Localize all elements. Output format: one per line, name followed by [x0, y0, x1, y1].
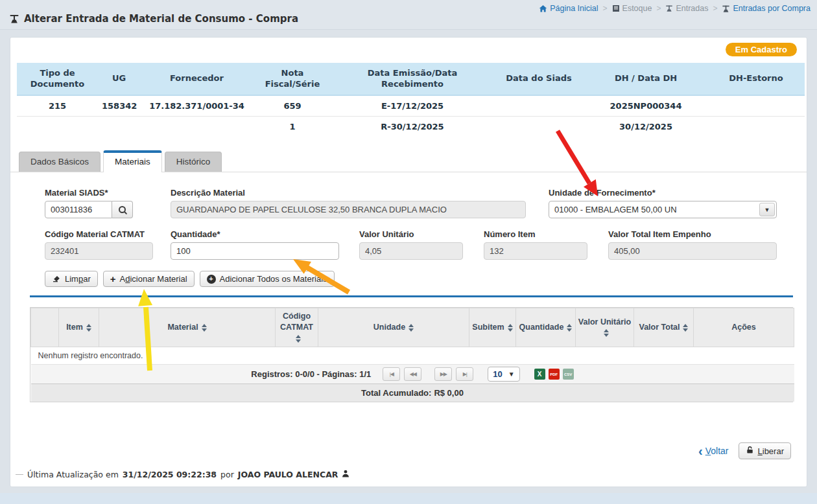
column-header-quantidade[interactable]: Quantidade [516, 308, 576, 347]
eraser-icon [52, 273, 61, 284]
last-update-connector: por [220, 470, 234, 479]
column-header: Nota Fiscal/Série [254, 63, 331, 95]
chevron-left-icon: ‹ [698, 447, 703, 455]
page-title: Alterar Entrada de Material de Consumo -… [24, 13, 298, 25]
field-numero-item: Número Item [484, 229, 587, 260]
descricao-material-input [171, 201, 526, 218]
material-siads-input[interactable] [45, 201, 112, 218]
cell-tipo-documento: 215 [17, 95, 98, 117]
field-label: Unidade de Fornecimento* [549, 188, 777, 198]
cell-nota-fiscal: 659 [254, 95, 331, 117]
field-label: Material SIADS* [45, 188, 133, 198]
export-excel-icon[interactable]: X [534, 369, 545, 380]
page-size-select[interactable]: 10 ▼ [488, 367, 519, 382]
content-card: Em Cadastro Tipo de Documento UG Fornece… [10, 37, 807, 487]
empty-message: Nenhum registro encontrado. [31, 347, 794, 365]
cell-fornecedor [140, 117, 254, 137]
column-header-subitem[interactable]: Subitem [469, 308, 516, 347]
breadcrumb-label: Entradas por Compra [733, 4, 811, 13]
column-header: Data Emissão/Data Recebimento [331, 63, 493, 95]
codigo-catmat-input [45, 242, 153, 260]
column-header-material[interactable]: Material [99, 308, 276, 347]
cell-dh-estorno [707, 117, 805, 137]
breadcrumb-home[interactable]: Página Inicial [539, 4, 598, 13]
total-row: Total Acumulado:R$ 0,00 [31, 384, 794, 402]
sort-icon [508, 324, 513, 332]
tab-materiais[interactable]: Materiais [103, 150, 162, 172]
export-pdf-icon[interactable]: PDF [549, 369, 560, 380]
field-descricao-material: Descrição Material [171, 188, 526, 218]
breadcrumb-label: Página Inicial [550, 4, 598, 13]
breadcrumb-entradas-por-compra[interactable]: Entradas por Compra [722, 4, 811, 13]
sort-icon [296, 335, 301, 343]
column-header-blank [31, 308, 59, 347]
fieldset-line [16, 474, 23, 475]
pagination-row: Registros: 0-0/0 - Páginas: 1/1 |◀ ◀◀ ▶▶… [31, 365, 794, 384]
breadcrumb-entradas: Entradas [665, 4, 708, 13]
tab-historico[interactable]: Histórico [165, 152, 222, 172]
cell-dh-estorno [707, 95, 805, 117]
first-page-button[interactable]: |◀ [383, 367, 400, 381]
column-header-unidade[interactable]: Unidade [318, 308, 469, 347]
last-update: Última Atualização em 31/12/2025 09:22:3… [16, 470, 807, 479]
sort-icon [567, 324, 572, 332]
stock-icon [612, 5, 620, 12]
field-valor-total-item-empenho: Valor Total Item Empenho [608, 229, 777, 260]
user-icon [342, 470, 349, 479]
breadcrumb-separator: > [656, 4, 661, 13]
document-info-header-row: Tipo de Documento UG Fornecedor Nota Fis… [17, 63, 805, 95]
liberar-button[interactable]: Liberar [739, 442, 791, 459]
last-update-prefix: Última Atualização em [27, 470, 119, 479]
quantidade-input[interactable] [171, 242, 339, 260]
cell-fornecedor: 17.182.371/0001-34 [140, 95, 254, 117]
sort-icon [202, 324, 207, 332]
page-size-value: 10 [493, 369, 502, 379]
cell-data-emissao: E-17/12/2025 [331, 95, 493, 117]
cell-data-siads [493, 117, 584, 137]
adicionar-todos-button[interactable]: Adicionar Todos os Materiais [200, 271, 335, 287]
breadcrumb-label: Estoque [622, 4, 652, 13]
paginator: Registros: 0-0/0 - Páginas: 1/1 |◀ ◀◀ ▶▶… [31, 367, 794, 382]
cell-dh: 2025NP000344 [584, 95, 707, 117]
dropdown-button[interactable]: ▼ [759, 203, 775, 216]
chevron-down-icon: ▼ [764, 207, 770, 213]
column-header-valor-total[interactable]: Valor Total [634, 308, 694, 347]
last-page-button[interactable]: ▶| [456, 367, 473, 381]
search-material-button[interactable] [112, 201, 133, 218]
sort-icon [683, 324, 688, 332]
tab-dados-basicos[interactable]: Dados Básicos [19, 152, 101, 172]
cell-data-dh: 30/12/2025 [584, 117, 707, 137]
next-page-button[interactable]: ▶▶ [434, 367, 452, 381]
breadcrumb: Página Inicial > Estoque > Entradas > En… [539, 4, 811, 16]
unidade-fornecimento-select[interactable]: 01000 - EMBALAGEM 50,00 UN ▼ [549, 201, 777, 218]
sort-icon [408, 324, 414, 332]
column-header: DH-Estorno [707, 63, 805, 95]
field-quantidade: Quantidade* [171, 229, 339, 260]
field-unidade-fornecimento: Unidade de Fornecimento* 01000 - EMBALAG… [549, 188, 777, 218]
cell-data-recebimento: R-30/12/2025 [331, 117, 493, 137]
column-header: DH / Data DH [584, 63, 707, 95]
export-csv-icon[interactable]: CSV [563, 369, 574, 380]
button-label: Adicionar Todos os Materiais [220, 274, 327, 284]
column-header-codigo-catmat[interactable]: Código CATMAT [276, 308, 318, 347]
field-label: Valor Total Item Empenho [608, 229, 777, 239]
field-label: Número Item [484, 229, 587, 239]
empty-row: Nenhum registro encontrado. [31, 347, 794, 365]
numero-item-input [484, 242, 587, 260]
limpar-button[interactable]: Limpar [45, 271, 98, 287]
adicionar-material-button[interactable]: Adicionar Material [103, 271, 195, 287]
cell-nota-fiscal: 1 [254, 117, 331, 137]
column-header-valor-unitario[interactable]: Valor Unitário [576, 308, 634, 347]
page: { "page": { "title": "Alterar Entrada de… [0, 0, 817, 504]
column-header: Data do Siads [493, 63, 584, 95]
button-label: Adicionar Material [120, 274, 187, 284]
document-info-row: 215 158342 17.182.371/0001-34 659 E-17/1… [17, 95, 805, 117]
breadcrumb-label: Entradas [676, 4, 708, 13]
unlock-icon [746, 446, 754, 456]
voltar-link[interactable]: ‹ Voltar [698, 446, 728, 456]
last-update-user: JOAO PAULO ALENCAR [238, 470, 338, 479]
form-actions: Limpar Adicionar Material Adicionar Todo… [45, 271, 807, 287]
material-entry-icon [9, 14, 19, 24]
column-header-item[interactable]: Item [59, 308, 99, 347]
prev-page-button[interactable]: ◀◀ [404, 367, 421, 381]
